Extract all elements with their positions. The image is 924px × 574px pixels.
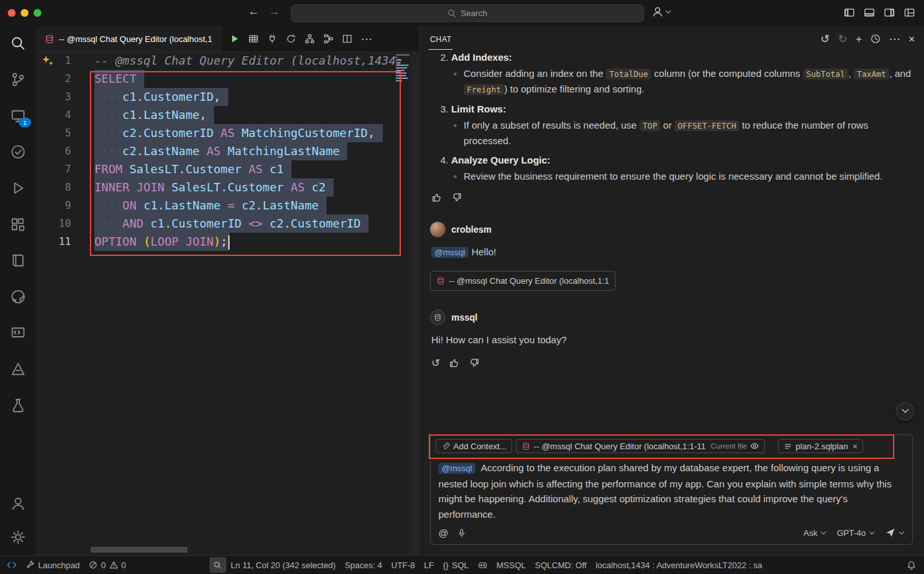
more-actions-icon[interactable]: ⋯ — [361, 32, 372, 46]
schema-icon[interactable] — [305, 34, 315, 44]
accounts-icon[interactable] — [10, 495, 27, 512]
encoding-item[interactable]: UTF-8 — [387, 556, 420, 574]
source-control-icon[interactable] — [10, 71, 27, 88]
more-icon[interactable]: ⋯ — [889, 34, 900, 45]
editor-body[interactable]: 1-- @mssql Chat Query Editor (localhost,… — [36, 52, 419, 556]
toggle-panel-icon[interactable] — [864, 7, 875, 18]
extensions-icon[interactable] — [10, 216, 27, 233]
github-icon[interactable] — [10, 288, 27, 305]
regenerate-icon[interactable]: ↺ — [431, 356, 440, 370]
back-icon[interactable]: ← — [248, 5, 259, 18]
code-line[interactable]: 5····c2.CustomerID AS MatchingCustomerID… — [36, 124, 419, 142]
horizontal-scrollbar[interactable] — [91, 547, 188, 553]
new-chat-icon[interactable]: + — [855, 34, 862, 45]
mention-chip[interactable]: @mssql — [438, 463, 475, 474]
estimated-plan-icon[interactable] — [286, 34, 296, 44]
connection-plug-icon[interactable] — [267, 34, 277, 44]
vertical-scrollbar[interactable] — [411, 52, 419, 556]
query-plan-icon[interactable] — [323, 34, 334, 44]
chat-input-box[interactable]: Add Context... -- @mssql Chat Query Edit… — [430, 434, 913, 545]
toggle-primary-sidebar-icon[interactable] — [844, 7, 855, 18]
tab-bar: -- @mssql Chat Query Editor (localhost,1… — [36, 26, 419, 52]
code-line[interactable]: 11OPTION (LOOP JOIN); — [36, 233, 419, 251]
maximize-window-button[interactable] — [34, 9, 41, 17]
user-message-text: Hello! — [471, 246, 496, 257]
cursor-position-item[interactable]: Ln 11, Col 20 (342 selected) — [226, 556, 340, 574]
vscode-window: ← → Search 1 — [0, 0, 924, 574]
forward-icon[interactable]: → — [269, 5, 280, 18]
close-window-button[interactable] — [8, 9, 16, 17]
code-line[interactable]: 8INNER JOIN SalesLT.Customer AS c2 — [36, 178, 419, 197]
code-lines: 1-- @mssql Chat Query Editor (localhost,… — [36, 52, 419, 251]
code-line[interactable]: 6····c2.LastName AS MatchingLastName — [36, 142, 419, 160]
tab-mssql-chat-query-editor[interactable]: -- @mssql Chat Query Editor (localhost,1 — [36, 26, 221, 52]
context-plan-chip[interactable]: plan-2.sqlplan × — [778, 439, 863, 453]
code-line[interactable]: 2SELECT — [36, 70, 419, 88]
run-query-icon[interactable] — [230, 34, 240, 44]
azure-icon[interactable] — [10, 361, 27, 377]
assistant-name: mssql — [451, 310, 477, 325]
eol-item[interactable]: LF — [420, 556, 438, 574]
flask-icon[interactable] — [10, 397, 27, 414]
context-file-chip[interactable]: -- @mssql Chat Query Editor (localhost,1… — [516, 439, 765, 453]
minimap[interactable] — [396, 54, 410, 83]
thumbs-down-icon[interactable] — [469, 357, 480, 368]
settings-gear-icon[interactable] — [10, 529, 27, 546]
split-editor-icon[interactable] — [342, 34, 352, 44]
mention-chip[interactable]: @mssql — [431, 247, 468, 258]
traffic-lights — [8, 9, 41, 17]
zoom-indicator[interactable] — [210, 557, 226, 573]
customize-layout-icon[interactable] — [904, 7, 915, 18]
remote-explorer-icon[interactable]: 1 — [10, 107, 27, 124]
command-center-search[interactable]: Search — [291, 5, 644, 22]
close-icon[interactable]: × — [908, 34, 915, 45]
undo-icon[interactable]: ↺ — [821, 34, 830, 45]
code-line[interactable]: 3····c1.CustomerID, — [36, 88, 419, 106]
message-attachment-chip[interactable]: -- @mssql Chat Query Editor (localhost,1… — [430, 271, 616, 291]
thumbs-up-icon[interactable] — [449, 357, 460, 368]
chat-input-text[interactable]: @mssql According to the execution plan s… — [431, 456, 912, 522]
add-context-button[interactable]: Add Context... — [436, 439, 512, 453]
thumbs-down-icon[interactable] — [451, 192, 462, 203]
code-line[interactable]: 1-- @mssql Chat Query Editor (localhost,… — [36, 52, 419, 70]
indentation-item[interactable]: Spaces: 4 — [340, 556, 387, 574]
remote-window-icon[interactable] — [10, 324, 27, 341]
mic-icon[interactable] — [457, 528, 466, 538]
model-selector[interactable]: GPT-4o — [837, 528, 875, 538]
redo-icon[interactable]: ↻ — [838, 34, 847, 45]
minimize-window-button[interactable] — [21, 9, 28, 17]
launchpad-item[interactable]: Launchpad — [21, 556, 84, 574]
copilot-sparkle-icon[interactable] — [40, 54, 54, 67]
book-icon[interactable] — [10, 252, 27, 269]
send-button[interactable] — [885, 527, 905, 538]
mention-picker-icon[interactable]: @ — [438, 527, 448, 538]
chat-panel-title: CHAT — [429, 28, 453, 50]
mssql-flavor-item[interactable]: MSSQL — [492, 556, 531, 574]
code-line[interactable]: 9····ON c1.LastName = c2.LastName — [36, 197, 419, 215]
results-grid-icon[interactable] — [248, 34, 259, 44]
copilot-status-icon[interactable] — [473, 556, 492, 574]
remote-indicator[interactable] — [0, 556, 21, 574]
account-menu[interactable] — [652, 6, 671, 17]
mode-selector[interactable]: Ask — [804, 528, 827, 538]
language-item[interactable]: {}SQL — [438, 556, 473, 574]
run-debug-icon[interactable] — [10, 180, 27, 197]
code-line[interactable]: 4····c1.LastName, — [36, 106, 419, 124]
code-line[interactable]: 7FROM SalesLT.Customer AS c1 — [36, 160, 419, 178]
database-file-icon — [522, 442, 530, 451]
remove-chip-icon[interactable]: × — [852, 441, 857, 451]
scroll-to-bottom-button[interactable] — [896, 402, 914, 421]
search-icon[interactable] — [10, 35, 27, 52]
code-line[interactable]: 10····AND c1.CustomerID <> c2.CustomerID — [36, 215, 419, 233]
testing-icon[interactable] — [10, 144, 27, 160]
eye-icon[interactable] — [750, 441, 759, 451]
problems-item[interactable]: 0 0 — [84, 556, 130, 574]
sqlcmd-item[interactable]: SQLCMD: Off — [530, 556, 591, 574]
magnifier-icon — [213, 561, 222, 569]
connection-item[interactable]: localhost,1434 : AdventureWorksLT2022 : … — [591, 556, 767, 574]
chat-history-icon[interactable] — [870, 34, 881, 44]
chat-header: CHAT ↺ ↻ + ⋯ × — [420, 26, 924, 52]
notifications-bell-icon[interactable] — [902, 556, 924, 574]
thumbs-up-icon[interactable] — [431, 192, 442, 203]
toggle-secondary-sidebar-icon[interactable] — [884, 7, 895, 18]
